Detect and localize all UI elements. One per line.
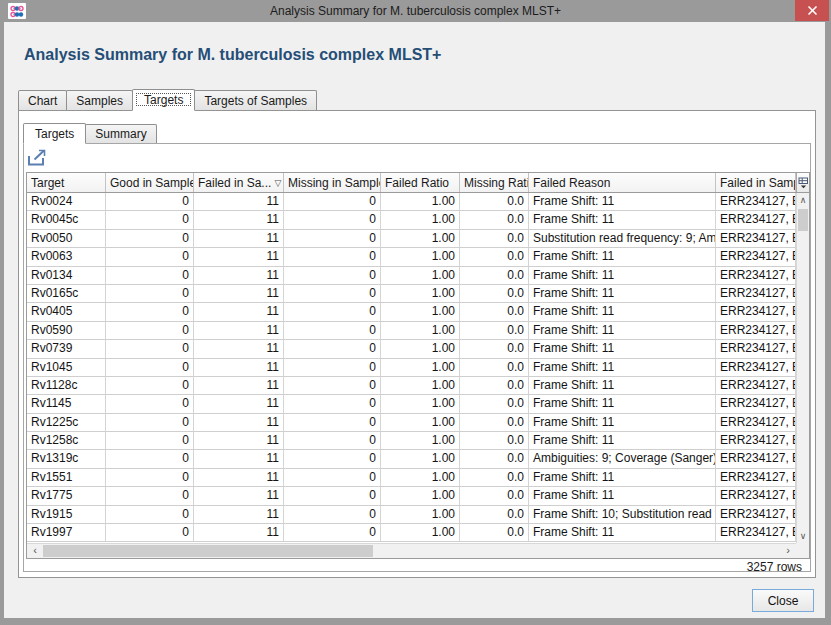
- table-cell: Rv1258c: [27, 432, 106, 450]
- table-cell: 11: [194, 230, 284, 248]
- column-header[interactable]: Failed in Sample: [716, 173, 796, 192]
- table-cell: 0: [284, 487, 381, 505]
- table-cell: Ambiguities: 9; Coverage (Sanger): ...: [529, 450, 716, 468]
- table-cell: 0: [106, 487, 194, 505]
- scroll-left-arrow-icon[interactable]: ‹: [28, 544, 42, 558]
- export-table-button[interactable]: [27, 148, 53, 168]
- table-cell: 1.00: [381, 322, 460, 340]
- table-row[interactable]: Rv191501101.000.0Frame Shift: 10; Substi…: [27, 506, 796, 524]
- column-chooser-button[interactable]: [796, 173, 809, 192]
- table-row[interactable]: Rv199701101.000.0Frame Shift: 11ERR23412…: [27, 524, 796, 542]
- column-header[interactable]: Target: [27, 173, 106, 192]
- table-cell: Frame Shift: 11: [529, 322, 716, 340]
- table-cell: 0: [106, 303, 194, 321]
- table-row[interactable]: Rv1258c01101.000.0Frame Shift: 11ERR2341…: [27, 432, 796, 450]
- tab-inner-targets[interactable]: Targets: [23, 123, 86, 144]
- table-cell: 0.0: [460, 248, 529, 266]
- table-cell: Frame Shift: 11: [529, 487, 716, 505]
- column-header[interactable]: Good in Samples: [106, 173, 194, 192]
- table-cell: 0: [106, 469, 194, 487]
- table-cell: 1.00: [381, 487, 460, 505]
- table-cell: ERR234127, ER.: [716, 469, 796, 487]
- tab-chart[interactable]: Chart: [18, 90, 67, 110]
- window-close-button[interactable]: [795, 0, 829, 21]
- table-row[interactable]: Rv006301101.000.0Frame Shift: 11ERR23412…: [27, 248, 796, 266]
- table-cell: Rv1775: [27, 487, 106, 505]
- targets-tab-panel: Targets Summary TargetGood in Sa: [18, 110, 816, 578]
- scroll-down-arrow-icon[interactable]: ∨: [797, 529, 809, 543]
- table-cell: 0.0: [460, 285, 529, 303]
- table-row[interactable]: Rv002401101.000.0Frame Shift: 11ERR23412…: [27, 193, 796, 211]
- table-cell: Frame Shift: 11: [529, 248, 716, 266]
- table-cell: ERR234127, ER.: [716, 285, 796, 303]
- table-row[interactable]: Rv114501101.000.0Frame Shift: 11ERR23412…: [27, 395, 796, 413]
- close-x-icon: [807, 5, 818, 16]
- table-cell: ERR234127, ER.: [716, 359, 796, 377]
- column-header[interactable]: Missing Ratio: [460, 173, 529, 192]
- table-row[interactable]: Rv155101101.000.0Frame Shift: 11ERR23412…: [27, 469, 796, 487]
- table-cell: 0.0: [460, 395, 529, 413]
- column-header[interactable]: Failed in Sa...▽: [194, 173, 284, 192]
- table-row[interactable]: Rv059001101.000.0Frame Shift: 11ERR23412…: [27, 322, 796, 340]
- table-cell: 1.00: [381, 211, 460, 229]
- vertical-scrollbar[interactable]: ∧ ∨: [796, 193, 809, 543]
- tab-samples[interactable]: Samples: [66, 90, 133, 110]
- table-cell: Rv0050: [27, 230, 106, 248]
- table-cell: 11: [194, 193, 284, 211]
- column-header-label: Failed in Sa...: [198, 176, 271, 190]
- table-cell: 0: [284, 230, 381, 248]
- tab-samples-label: Samples: [76, 94, 123, 108]
- table-cell: Frame Shift: 11: [529, 340, 716, 358]
- table-row[interactable]: Rv1128c01101.000.0Frame Shift: 11ERR2341…: [27, 377, 796, 395]
- column-header[interactable]: Failed Reason: [529, 173, 716, 192]
- table-row[interactable]: Rv040501101.000.0Frame Shift: 11ERR23412…: [27, 303, 796, 321]
- table-cell: Frame Shift: 11: [529, 469, 716, 487]
- table-cell: 0.0: [460, 340, 529, 358]
- vertical-scrollbar-thumb[interactable]: [798, 209, 808, 231]
- close-button[interactable]: Close: [752, 589, 814, 612]
- table-cell: 0.0: [460, 377, 529, 395]
- scroll-right-arrow-icon[interactable]: ›: [781, 544, 795, 558]
- column-header-label: Failed Ratio: [385, 176, 449, 190]
- table-cell: ERR234127, ER.: [716, 322, 796, 340]
- table-row[interactable]: Rv005001101.000.0Substitution read frequ…: [27, 230, 796, 248]
- table-cell: 0: [284, 285, 381, 303]
- table-cell: ERR234127, ER.: [716, 487, 796, 505]
- horizontal-scrollbar-thumb[interactable]: [43, 545, 373, 557]
- scroll-up-arrow-icon[interactable]: ∧: [797, 193, 809, 207]
- table-row[interactable]: Rv0165c01101.000.0Frame Shift: 11ERR2341…: [27, 285, 796, 303]
- titlebar[interactable]: Analysis Summary for M. tuberculosis com…: [0, 0, 831, 22]
- table-row[interactable]: Rv0045c01101.000.0Frame Shift: 11ERR2341…: [27, 211, 796, 229]
- table-cell: Frame Shift: 11: [529, 432, 716, 450]
- table-row[interactable]: Rv1319c01101.000.0Ambiguities: 9; Covera…: [27, 450, 796, 468]
- table-row[interactable]: Rv073901101.000.0Frame Shift: 11ERR23412…: [27, 340, 796, 358]
- table-row[interactable]: Rv177501101.000.0Frame Shift: 11ERR23412…: [27, 487, 796, 505]
- table-cell: 0: [284, 469, 381, 487]
- tab-targets[interactable]: Targets: [132, 89, 195, 111]
- table-row[interactable]: Rv1225c01101.000.0Frame Shift: 11ERR2341…: [27, 414, 796, 432]
- tab-inner-summary[interactable]: Summary: [85, 124, 156, 143]
- table-cell: 11: [194, 487, 284, 505]
- tab-targets-of-samples[interactable]: Targets of Samples: [194, 90, 317, 110]
- outer-tabstrip: Chart Samples Targets Targets of Samples: [18, 88, 316, 110]
- table-cell: 0: [106, 248, 194, 266]
- table-cell: 11: [194, 469, 284, 487]
- export-icon: [27, 149, 49, 167]
- table-cell: 1.00: [381, 193, 460, 211]
- column-header[interactable]: Failed Ratio: [381, 173, 460, 192]
- table-row[interactable]: Rv013401101.000.0Frame Shift: 11ERR23412…: [27, 267, 796, 285]
- table-cell: 0.0: [460, 193, 529, 211]
- table-cell: ERR234127, ER.: [716, 524, 796, 542]
- table-cell: Frame Shift: 11: [529, 267, 716, 285]
- table-cell: Frame Shift: 11: [529, 524, 716, 542]
- column-header[interactable]: Missing in Samples: [284, 173, 381, 192]
- horizontal-scrollbar[interactable]: ‹ ›: [27, 543, 796, 558]
- table-row[interactable]: Rv104501101.000.0Frame Shift: 11ERR23412…: [27, 359, 796, 377]
- column-header-label: Target: [31, 176, 64, 190]
- table-cell: Rv0590: [27, 322, 106, 340]
- table-cell: ERR234127, ER.: [716, 340, 796, 358]
- table-cell: ERR234127, ER.: [716, 248, 796, 266]
- table-cell: ERR234127, ER.: [716, 267, 796, 285]
- table-cell: Rv0045c: [27, 211, 106, 229]
- table-cell: 11: [194, 359, 284, 377]
